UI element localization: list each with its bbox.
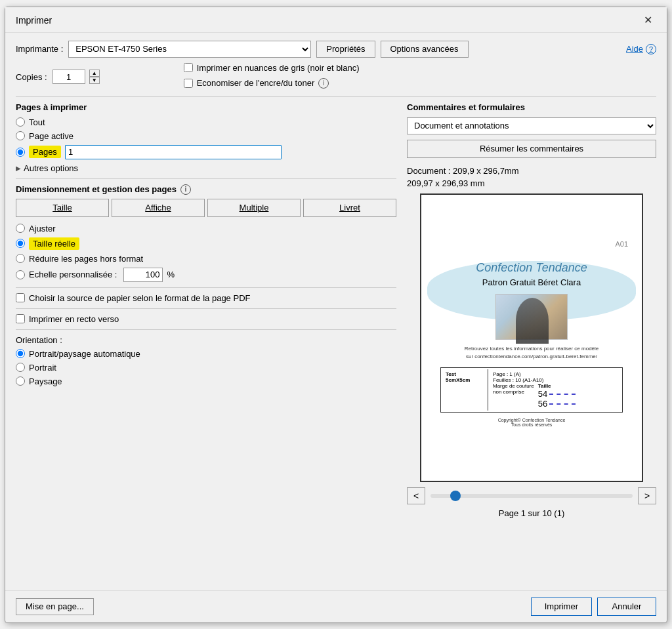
pages-input[interactable] — [65, 145, 282, 159]
footer: Mise en page... Imprimer Annuler — [5, 590, 667, 622]
preview-copyright: Copyright© Confection Tendance Tous droi… — [440, 418, 623, 427]
affiche-tab[interactable]: Affiche — [112, 199, 205, 217]
portrait-radio[interactable] — [16, 363, 25, 372]
ajuster-row: Ajuster — [16, 224, 396, 233]
mise-en-page-button[interactable]: Mise en page... — [16, 598, 94, 615]
pages-radio[interactable] — [16, 148, 25, 157]
portrait-paysage-row: Portrait/paysage automatique — [16, 349, 396, 359]
preview-table: Test 5cmX5cm Page : 1 (A) Feuilles : 10 … — [440, 367, 623, 413]
autres-options[interactable]: ▶ Autres options — [16, 163, 396, 173]
copies-input[interactable] — [52, 70, 85, 84]
imprimer-button[interactable]: Imprimer — [531, 598, 592, 616]
pages-section: Pages à imprimer Tout Page active Pages — [16, 102, 396, 173]
preview-subtitle: Patron Gratuit Béret Clara — [482, 277, 581, 287]
separator-3 — [16, 287, 396, 288]
right-panel: Commentaires et formulaires Document et … — [407, 102, 656, 518]
slider-track — [430, 494, 633, 498]
left-panel: Pages à imprimer Tout Page active Pages — [16, 102, 396, 518]
reduire-label: Réduire les pages hors format — [29, 254, 143, 264]
copies-up-button[interactable]: ▲ — [89, 70, 100, 77]
echelle-row: Echelle personnalisée : % — [16, 268, 396, 282]
paysage-radio[interactable] — [16, 376, 25, 386]
preview-container: A01 Confection Tendance Patron Gratuit B… — [420, 193, 643, 482]
next-button[interactable]: > — [638, 487, 656, 504]
dialog-title: Imprimer — [16, 15, 52, 26]
pages-row: Pages — [16, 145, 396, 159]
save-ink-checkbox[interactable] — [184, 79, 193, 88]
reduire-radio[interactable] — [16, 254, 25, 263]
copies-spinner: ▲ ▼ — [89, 70, 100, 84]
footer-right: Imprimer Annuler — [531, 598, 656, 616]
paysage-label: Paysage — [29, 376, 62, 386]
taille-label: Taille — [538, 383, 576, 389]
grayscale-label: Imprimer en nuances de gris (noir et bla… — [197, 63, 360, 73]
save-ink-label: Economiser de l'encre/du toner — [197, 78, 315, 88]
echelle-unit: % — [167, 270, 175, 279]
advanced-button[interactable]: Options avancées — [381, 41, 469, 58]
pages-title: Pages à imprimer — [16, 102, 396, 112]
tab-row: Taille Affiche Multiple Livret — [16, 199, 396, 217]
portrait-row: Portrait — [16, 363, 396, 373]
source-papier-checkbox[interactable] — [16, 293, 25, 302]
resume-button[interactable]: Résumer les commentaires — [407, 140, 656, 158]
annuler-button[interactable]: Annuler — [597, 598, 656, 616]
printer-label: Imprimante : — [16, 44, 63, 54]
tout-radio[interactable] — [16, 117, 25, 127]
page-size: 209,97 x 296,93 mm — [407, 178, 656, 188]
printer-row: Imprimante : EPSON ET-4750 Series Propri… — [16, 41, 656, 58]
prev-button[interactable]: < — [407, 487, 425, 504]
portrait-paysage-radio[interactable] — [16, 349, 25, 358]
preview-body-text: Retrouvez toutes les informations pour r… — [440, 345, 623, 361]
marge-label: Marge de couture non comprise — [493, 383, 534, 395]
page-active-label: Page active — [29, 131, 74, 141]
taille-reelle-label: Taille réelle — [29, 237, 79, 250]
echelle-input[interactable] — [123, 268, 163, 282]
recto-verso-row: Imprimer en recto verso — [16, 314, 396, 324]
grayscale-checkbox[interactable] — [184, 63, 193, 72]
portrait-label: Portrait — [29, 363, 56, 373]
size-54-line — [549, 394, 576, 395]
main-content: Pages à imprimer Tout Page active Pages — [16, 102, 656, 518]
printer-select[interactable]: EPSON ET-4750 Series — [68, 41, 311, 58]
copies-label: Copies : — [16, 72, 47, 82]
orientation-section: Orientation : Portrait/paysage automatiq… — [16, 335, 396, 386]
comments-title: Commentaires et formulaires — [407, 102, 656, 112]
page-active-row: Page active — [16, 131, 396, 141]
page-active-radio[interactable] — [16, 131, 25, 140]
dim-section: Dimensionnement et gestion des pages i T… — [16, 184, 396, 386]
autres-label: Autres options — [24, 163, 78, 173]
taille-reelle-radio[interactable] — [16, 239, 25, 248]
size-54: 54 — [538, 389, 547, 399]
reduire-row: Réduire les pages hors format — [16, 254, 396, 264]
separator-4 — [16, 308, 396, 309]
ajuster-radio[interactable] — [16, 224, 25, 233]
title-bar: Imprimer ✕ — [5, 7, 667, 33]
test-label: Test 5cmX5cm — [446, 371, 484, 383]
aide-link[interactable]: Aide ? — [626, 44, 656, 54]
preview-inner: A01 Confection Tendance Patron Gratuit B… — [430, 237, 633, 437]
livret-tab[interactable]: Livret — [303, 199, 396, 217]
autres-arrow-icon: ▶ — [16, 165, 21, 172]
slider-thumb[interactable] — [450, 491, 461, 501]
print-dialog: Imprimer ✕ Imprimante : EPSON ET-4750 Se… — [5, 7, 667, 623]
pages-label: Pages — [29, 146, 61, 158]
comments-select[interactable]: Document et annotations — [407, 117, 656, 134]
close-button[interactable]: ✕ — [640, 14, 656, 27]
page-info: Page 1 sur 10 (1) — [407, 508, 656, 518]
multiple-tab[interactable]: Multiple — [207, 199, 301, 217]
size-56: 56 — [538, 399, 547, 409]
ajuster-label: Ajuster — [29, 224, 55, 233]
grayscale-row: Imprimer en nuances de gris (noir et bla… — [184, 63, 360, 73]
properties-button[interactable]: Propriétés — [316, 41, 375, 58]
dim-info-icon: i — [180, 184, 191, 195]
echelle-radio[interactable] — [16, 270, 25, 279]
separator-1 — [16, 96, 656, 97]
size-56-line — [549, 403, 576, 405]
dim-title: Dimensionnement et gestion des pages i — [16, 184, 396, 195]
tout-label: Tout — [29, 117, 45, 127]
recto-verso-checkbox[interactable] — [16, 314, 25, 323]
page-info-inner: Page : 1 (A) Feuilles : 10 (A1-A10) — [493, 371, 618, 383]
source-papier-row: Choisir la source de papier selon le for… — [16, 293, 396, 303]
taille-tab[interactable]: Taille — [16, 199, 109, 217]
copies-down-button[interactable]: ▼ — [89, 77, 100, 84]
